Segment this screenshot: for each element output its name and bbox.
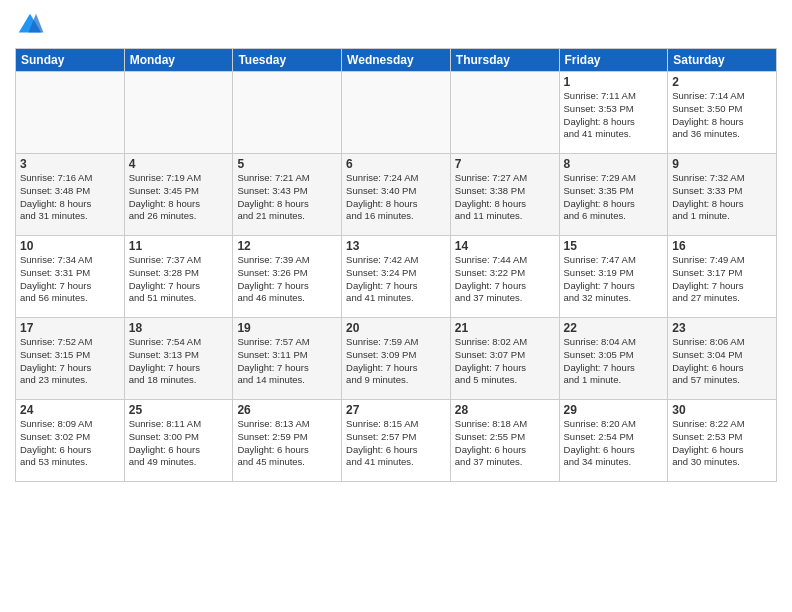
calendar-cell bbox=[16, 72, 125, 154]
day-number: 16 bbox=[672, 239, 772, 253]
calendar-week-row: 24Sunrise: 8:09 AM Sunset: 3:02 PM Dayli… bbox=[16, 400, 777, 482]
day-info: Sunrise: 7:54 AM Sunset: 3:13 PM Dayligh… bbox=[129, 336, 229, 387]
calendar-cell: 19Sunrise: 7:57 AM Sunset: 3:11 PM Dayli… bbox=[233, 318, 342, 400]
day-number: 5 bbox=[237, 157, 337, 171]
calendar-cell: 12Sunrise: 7:39 AM Sunset: 3:26 PM Dayli… bbox=[233, 236, 342, 318]
day-info: Sunrise: 8:15 AM Sunset: 2:57 PM Dayligh… bbox=[346, 418, 446, 469]
page-container: SundayMondayTuesdayWednesdayThursdayFrid… bbox=[0, 0, 792, 612]
day-info: Sunrise: 7:37 AM Sunset: 3:28 PM Dayligh… bbox=[129, 254, 229, 305]
day-number: 23 bbox=[672, 321, 772, 335]
calendar-week-row: 10Sunrise: 7:34 AM Sunset: 3:31 PM Dayli… bbox=[16, 236, 777, 318]
day-number: 13 bbox=[346, 239, 446, 253]
calendar-cell: 3Sunrise: 7:16 AM Sunset: 3:48 PM Daylig… bbox=[16, 154, 125, 236]
day-number: 17 bbox=[20, 321, 120, 335]
calendar-cell: 21Sunrise: 8:02 AM Sunset: 3:07 PM Dayli… bbox=[450, 318, 559, 400]
day-info: Sunrise: 7:27 AM Sunset: 3:38 PM Dayligh… bbox=[455, 172, 555, 223]
calendar-cell: 14Sunrise: 7:44 AM Sunset: 3:22 PM Dayli… bbox=[450, 236, 559, 318]
day-info: Sunrise: 7:42 AM Sunset: 3:24 PM Dayligh… bbox=[346, 254, 446, 305]
calendar-weekday-wednesday: Wednesday bbox=[342, 49, 451, 72]
calendar-cell: 17Sunrise: 7:52 AM Sunset: 3:15 PM Dayli… bbox=[16, 318, 125, 400]
day-info: Sunrise: 7:24 AM Sunset: 3:40 PM Dayligh… bbox=[346, 172, 446, 223]
day-info: Sunrise: 7:32 AM Sunset: 3:33 PM Dayligh… bbox=[672, 172, 772, 223]
day-info: Sunrise: 7:47 AM Sunset: 3:19 PM Dayligh… bbox=[564, 254, 664, 305]
calendar-cell: 26Sunrise: 8:13 AM Sunset: 2:59 PM Dayli… bbox=[233, 400, 342, 482]
calendar-cell: 2Sunrise: 7:14 AM Sunset: 3:50 PM Daylig… bbox=[668, 72, 777, 154]
day-number: 24 bbox=[20, 403, 120, 417]
day-number: 26 bbox=[237, 403, 337, 417]
calendar-cell: 10Sunrise: 7:34 AM Sunset: 3:31 PM Dayli… bbox=[16, 236, 125, 318]
day-info: Sunrise: 8:22 AM Sunset: 2:53 PM Dayligh… bbox=[672, 418, 772, 469]
calendar-weekday-tuesday: Tuesday bbox=[233, 49, 342, 72]
logo bbox=[15, 10, 47, 40]
calendar-cell: 18Sunrise: 7:54 AM Sunset: 3:13 PM Dayli… bbox=[124, 318, 233, 400]
calendar-weekday-saturday: Saturday bbox=[668, 49, 777, 72]
calendar-week-row: 3Sunrise: 7:16 AM Sunset: 3:48 PM Daylig… bbox=[16, 154, 777, 236]
day-info: Sunrise: 8:11 AM Sunset: 3:00 PM Dayligh… bbox=[129, 418, 229, 469]
calendar-cell: 22Sunrise: 8:04 AM Sunset: 3:05 PM Dayli… bbox=[559, 318, 668, 400]
calendar-weekday-sunday: Sunday bbox=[16, 49, 125, 72]
day-number: 20 bbox=[346, 321, 446, 335]
day-info: Sunrise: 7:14 AM Sunset: 3:50 PM Dayligh… bbox=[672, 90, 772, 141]
calendar-cell: 7Sunrise: 7:27 AM Sunset: 3:38 PM Daylig… bbox=[450, 154, 559, 236]
calendar-cell: 16Sunrise: 7:49 AM Sunset: 3:17 PM Dayli… bbox=[668, 236, 777, 318]
calendar-cell: 24Sunrise: 8:09 AM Sunset: 3:02 PM Dayli… bbox=[16, 400, 125, 482]
calendar-cell: 27Sunrise: 8:15 AM Sunset: 2:57 PM Dayli… bbox=[342, 400, 451, 482]
header bbox=[15, 10, 777, 40]
day-number: 14 bbox=[455, 239, 555, 253]
calendar-cell: 4Sunrise: 7:19 AM Sunset: 3:45 PM Daylig… bbox=[124, 154, 233, 236]
day-number: 6 bbox=[346, 157, 446, 171]
day-info: Sunrise: 7:59 AM Sunset: 3:09 PM Dayligh… bbox=[346, 336, 446, 387]
day-info: Sunrise: 7:34 AM Sunset: 3:31 PM Dayligh… bbox=[20, 254, 120, 305]
day-info: Sunrise: 8:09 AM Sunset: 3:02 PM Dayligh… bbox=[20, 418, 120, 469]
calendar-cell: 20Sunrise: 7:59 AM Sunset: 3:09 PM Dayli… bbox=[342, 318, 451, 400]
day-info: Sunrise: 7:39 AM Sunset: 3:26 PM Dayligh… bbox=[237, 254, 337, 305]
calendar-cell: 13Sunrise: 7:42 AM Sunset: 3:24 PM Dayli… bbox=[342, 236, 451, 318]
calendar-header-row: SundayMondayTuesdayWednesdayThursdayFrid… bbox=[16, 49, 777, 72]
day-number: 29 bbox=[564, 403, 664, 417]
calendar-cell: 30Sunrise: 8:22 AM Sunset: 2:53 PM Dayli… bbox=[668, 400, 777, 482]
calendar-week-row: 17Sunrise: 7:52 AM Sunset: 3:15 PM Dayli… bbox=[16, 318, 777, 400]
calendar-cell: 5Sunrise: 7:21 AM Sunset: 3:43 PM Daylig… bbox=[233, 154, 342, 236]
day-info: Sunrise: 7:16 AM Sunset: 3:48 PM Dayligh… bbox=[20, 172, 120, 223]
day-info: Sunrise: 7:11 AM Sunset: 3:53 PM Dayligh… bbox=[564, 90, 664, 141]
day-info: Sunrise: 8:20 AM Sunset: 2:54 PM Dayligh… bbox=[564, 418, 664, 469]
day-number: 7 bbox=[455, 157, 555, 171]
day-number: 27 bbox=[346, 403, 446, 417]
calendar-cell: 11Sunrise: 7:37 AM Sunset: 3:28 PM Dayli… bbox=[124, 236, 233, 318]
calendar-cell bbox=[342, 72, 451, 154]
day-info: Sunrise: 8:18 AM Sunset: 2:55 PM Dayligh… bbox=[455, 418, 555, 469]
day-number: 21 bbox=[455, 321, 555, 335]
day-number: 10 bbox=[20, 239, 120, 253]
calendar-cell: 23Sunrise: 8:06 AM Sunset: 3:04 PM Dayli… bbox=[668, 318, 777, 400]
day-info: Sunrise: 8:02 AM Sunset: 3:07 PM Dayligh… bbox=[455, 336, 555, 387]
calendar-table: SundayMondayTuesdayWednesdayThursdayFrid… bbox=[15, 48, 777, 482]
day-number: 22 bbox=[564, 321, 664, 335]
day-info: Sunrise: 8:13 AM Sunset: 2:59 PM Dayligh… bbox=[237, 418, 337, 469]
day-info: Sunrise: 8:04 AM Sunset: 3:05 PM Dayligh… bbox=[564, 336, 664, 387]
day-info: Sunrise: 7:52 AM Sunset: 3:15 PM Dayligh… bbox=[20, 336, 120, 387]
calendar-weekday-friday: Friday bbox=[559, 49, 668, 72]
day-number: 12 bbox=[237, 239, 337, 253]
day-number: 30 bbox=[672, 403, 772, 417]
day-number: 11 bbox=[129, 239, 229, 253]
calendar-cell: 8Sunrise: 7:29 AM Sunset: 3:35 PM Daylig… bbox=[559, 154, 668, 236]
day-info: Sunrise: 7:57 AM Sunset: 3:11 PM Dayligh… bbox=[237, 336, 337, 387]
calendar-cell: 25Sunrise: 8:11 AM Sunset: 3:00 PM Dayli… bbox=[124, 400, 233, 482]
day-info: Sunrise: 7:29 AM Sunset: 3:35 PM Dayligh… bbox=[564, 172, 664, 223]
day-number: 4 bbox=[129, 157, 229, 171]
logo-icon bbox=[15, 10, 45, 40]
calendar-cell: 28Sunrise: 8:18 AM Sunset: 2:55 PM Dayli… bbox=[450, 400, 559, 482]
day-number: 9 bbox=[672, 157, 772, 171]
day-info: Sunrise: 7:44 AM Sunset: 3:22 PM Dayligh… bbox=[455, 254, 555, 305]
day-number: 1 bbox=[564, 75, 664, 89]
day-info: Sunrise: 7:49 AM Sunset: 3:17 PM Dayligh… bbox=[672, 254, 772, 305]
day-number: 28 bbox=[455, 403, 555, 417]
calendar-cell: 9Sunrise: 7:32 AM Sunset: 3:33 PM Daylig… bbox=[668, 154, 777, 236]
day-number: 15 bbox=[564, 239, 664, 253]
day-number: 18 bbox=[129, 321, 229, 335]
calendar-cell bbox=[124, 72, 233, 154]
day-number: 8 bbox=[564, 157, 664, 171]
day-number: 19 bbox=[237, 321, 337, 335]
calendar-cell: 1Sunrise: 7:11 AM Sunset: 3:53 PM Daylig… bbox=[559, 72, 668, 154]
day-number: 3 bbox=[20, 157, 120, 171]
